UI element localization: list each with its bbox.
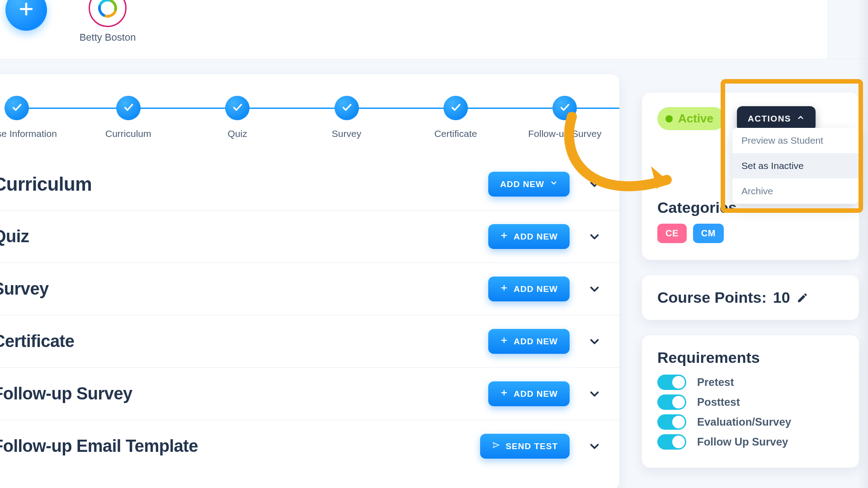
status-pill: Active <box>657 107 725 130</box>
check-icon <box>231 101 243 115</box>
category-tag-cm[interactable]: CM <box>693 224 724 243</box>
category-tag-ce[interactable]: CE <box>657 224 687 243</box>
toggle-posttest[interactable] <box>657 394 686 410</box>
section-quiz: Quiz ADD NEW <box>0 211 619 263</box>
send-test-email-button[interactable]: SEND TEST <box>480 434 570 459</box>
button-label: ADD NEW <box>514 284 558 294</box>
plus-icon <box>500 231 508 242</box>
expand-followup-survey-toggle[interactable] <box>588 387 601 401</box>
sections: Curriculum ADD NEW Quiz <box>0 158 619 472</box>
button-label: ADD NEW <box>514 389 558 399</box>
chevron-down-icon <box>550 179 558 189</box>
status-dot-icon <box>665 115 673 122</box>
user-name: Betty Boston <box>80 32 136 43</box>
button-label: ADD NEW <box>514 232 558 242</box>
step-label: Survey <box>332 128 361 139</box>
section-survey: Survey ADD NEW <box>0 263 619 315</box>
step-dot <box>552 96 577 120</box>
step-dot <box>443 96 468 120</box>
course-points-heading: Course Points: 10 <box>657 289 844 306</box>
plus-icon <box>500 284 508 294</box>
plus-icon <box>500 389 508 399</box>
add-new-certificate-button[interactable]: ADD NEW <box>488 329 570 354</box>
expand-curriculum-toggle[interactable] <box>588 178 601 191</box>
step-course-information[interactable]: Course Information <box>0 96 74 139</box>
menu-set-as-inactive[interactable]: Set as Inactive <box>732 153 859 178</box>
chevron-up-icon <box>797 113 805 124</box>
requirements-panel: Requirements Pretest Posttest Evaluation… <box>642 335 859 468</box>
step-label: Course Information <box>0 128 57 139</box>
step-dot <box>116 96 141 120</box>
toggle-followup[interactable] <box>657 434 686 450</box>
page-right-edge <box>857 0 868 488</box>
step-label: Curriculum <box>105 128 151 139</box>
section-title: Quiz <box>0 227 29 246</box>
top-bar: Betty Boston <box>0 0 868 59</box>
add-new-quiz-button[interactable]: ADD NEW <box>488 224 570 249</box>
status-label: Active <box>678 112 713 126</box>
add-new-survey-button[interactable]: ADD NEW <box>488 277 570 301</box>
expand-followup-email-toggle[interactable] <box>588 440 601 453</box>
step-certificate[interactable]: Certificate <box>401 96 510 139</box>
menu-archive[interactable]: Archive <box>732 178 859 204</box>
requirement-pretest: Pretest <box>657 375 844 390</box>
check-icon <box>559 101 571 115</box>
step-label: Follow-up Survey <box>528 128 601 139</box>
expand-quiz-toggle[interactable] <box>588 230 601 244</box>
step-survey[interactable]: Survey <box>292 96 401 139</box>
menu-preview-as-student[interactable]: Preview as Student <box>732 128 859 153</box>
stepper: Course Information Curriculum Quiz <box>0 92 619 154</box>
expand-certificate-toggle[interactable] <box>588 335 601 348</box>
step-quiz[interactable]: Quiz <box>183 96 292 139</box>
section-curriculum: Curriculum ADD NEW <box>0 158 619 211</box>
add-new-curriculum-button[interactable]: ADD NEW <box>488 172 570 197</box>
avatar-logo-icon <box>95 0 120 21</box>
user-badge[interactable]: Betty Boston <box>76 0 139 43</box>
step-follow-up-survey[interactable]: Follow-up Survey <box>510 96 619 139</box>
edit-points-button[interactable] <box>797 292 808 304</box>
step-dot <box>225 96 250 120</box>
section-title: Survey <box>0 279 49 299</box>
step-dot <box>5 96 29 120</box>
button-label: ADD NEW <box>500 179 544 189</box>
requirement-posttest: Posttest <box>657 394 844 410</box>
points-value: 10 <box>773 289 790 306</box>
section-title: Curriculum <box>0 174 92 195</box>
button-label: SEND TEST <box>505 441 558 451</box>
category-tags: CE CM <box>657 224 844 243</box>
requirement-followup: Follow Up Survey <box>657 434 844 450</box>
section-title: Certificate <box>0 332 74 351</box>
section-followup-email-template: Follow-up Email Template SEND TEST <box>0 420 619 472</box>
requirement-label: Pretest <box>697 376 734 389</box>
status-panel: Active ACTIONS Preview as Student Set as… <box>642 93 859 260</box>
plus-icon <box>18 1 34 19</box>
right-column: Active ACTIONS Preview as Student Set as… <box>642 93 859 468</box>
button-label: ADD NEW <box>514 337 558 347</box>
requirement-label: Evaluation/Survey <box>697 416 791 428</box>
section-followup-survey: Follow-up Survey ADD NEW <box>0 368 619 420</box>
check-icon <box>123 101 134 115</box>
section-title: Follow-up Survey <box>0 384 132 404</box>
section-title: Follow-up Email Template <box>0 436 198 456</box>
step-curriculum[interactable]: Curriculum <box>74 96 183 139</box>
actions-dropdown-button[interactable]: ACTIONS <box>737 106 816 131</box>
section-certificate: Certificate ADD NEW <box>0 315 619 368</box>
toggle-pretest[interactable] <box>657 375 686 390</box>
plus-icon <box>500 336 508 347</box>
toggle-evaluation[interactable] <box>657 414 686 430</box>
step-label: Quiz <box>228 128 247 139</box>
check-icon <box>341 101 353 115</box>
requirements-heading: Requirements <box>657 349 844 366</box>
avatar <box>89 0 127 27</box>
expand-survey-toggle[interactable] <box>588 282 601 296</box>
add-user-button[interactable] <box>5 0 47 31</box>
step-dot <box>335 96 359 120</box>
check-icon <box>11 101 23 115</box>
paper-plane-icon <box>492 441 500 451</box>
button-label: ACTIONS <box>748 114 791 124</box>
course-points-panel: Course Points: 10 <box>642 275 859 320</box>
add-new-followup-survey-button[interactable]: ADD NEW <box>488 381 570 406</box>
actions-dropdown-menu: Preview as Student Set as Inactive Archi… <box>732 128 859 204</box>
check-icon <box>450 101 462 115</box>
step-label: Certificate <box>434 128 477 139</box>
